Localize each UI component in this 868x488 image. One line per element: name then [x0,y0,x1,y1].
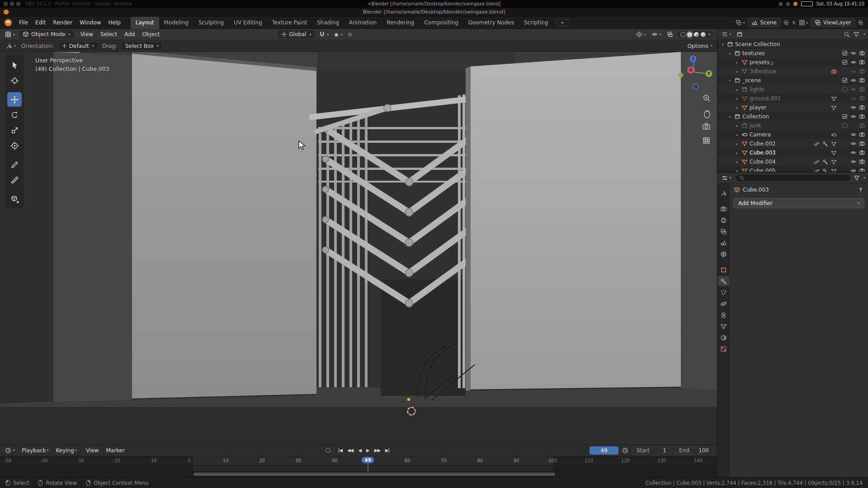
toggle-slot[interactable] [840,141,849,147]
toggle-slot[interactable] [858,168,866,172]
outliner-display-mode[interactable] [735,30,744,38]
right-wall-slab[interactable] [471,52,681,390]
expand-caret-icon[interactable]: ▾ [727,52,732,56]
toggle-slot[interactable] [858,141,866,147]
expand-caret-icon[interactable]: ▾ [727,79,732,83]
tool-move-button[interactable] [7,92,22,107]
properties-search-box[interactable] [736,174,851,182]
properties-editor-type-button[interactable]: ▾ [720,174,733,182]
new-viewlayer-icon[interactable] [858,20,863,25]
timeline-scrollbar-thumb[interactable] [193,473,555,476]
outliner-row-Camera[interactable]: ▸Camera [717,130,868,139]
proportional-falloff-icon[interactable]: ⊙ [346,31,353,38]
toggle-slot[interactable] [858,50,866,56]
outliner-row-presets[interactable]: ▸presets2 [717,58,868,67]
workspace-tab[interactable]: Geometry Nodes [463,17,519,29]
menu-item[interactable]: Window [76,18,104,27]
editor-type-button[interactable]: ▾ [4,30,16,38]
toggle-slot[interactable] [849,104,858,111]
expand-caret-icon[interactable]: ▸ [735,160,740,164]
active-tool-icon[interactable]: ▾ [5,42,17,50]
toggle-slot[interactable] [849,59,858,66]
properties-tab-physics[interactable] [718,299,729,309]
properties-tab-object[interactable] [718,265,729,275]
expand-caret-icon[interactable]: ▸ [735,151,740,155]
timeline-menu-item[interactable]: Keying▾ [52,446,80,455]
transport-button[interactable]: ▶▶ [372,447,382,453]
toggle-slot[interactable] [840,131,849,138]
expand-caret-icon[interactable]: ▾ [727,115,732,119]
toggle-slot[interactable] [858,159,866,165]
properties-tab-constraints[interactable] [718,310,729,320]
toggle-slot[interactable] [840,68,849,75]
outliner-search-icon[interactable] [844,31,850,38]
toggle-slot[interactable] [849,168,858,172]
outliner-row-Collection[interactable]: ▾Collection [717,112,868,121]
frame-start-field[interactable]: Start1 [632,446,671,455]
properties-tab-texture[interactable] [718,344,729,354]
outliner-row-Cube.003[interactable]: ▸Cube.003 [717,148,868,157]
menu-item[interactable]: Help [104,18,124,27]
expand-caret-icon[interactable]: ▸ [735,133,740,137]
show-gizmo-button[interactable]: ▾ [635,30,647,38]
properties-tab-material[interactable] [718,333,729,343]
properties-tab-world[interactable] [718,249,729,259]
workspace-tab[interactable]: Scripting [519,17,553,29]
options-dropdown[interactable]: Options▾ [688,43,712,49]
toggle-slot[interactable] [840,168,849,172]
outliner-row-3dtexture[interactable]: ▸3dtexture [717,67,868,76]
expand-caret-icon[interactable]: ▸ [735,61,740,65]
properties-options-icon[interactable]: ▾ [863,176,865,180]
toggle-slot[interactable] [858,77,866,84]
breadcrumb-object-name[interactable]: Cube.003 [743,187,769,193]
viewport-menu-item[interactable]: Add [121,30,138,39]
timeline-scrollbar[interactable] [0,471,717,477]
toggle-slot[interactable] [849,86,858,93]
expand-caret-icon[interactable]: ▸ [735,97,740,101]
toggle-slot[interactable] [858,68,866,75]
outliner-filter-icon[interactable] [853,31,859,38]
viewport-menu-item[interactable]: View [77,30,97,39]
toggle-slot[interactable] [858,150,866,156]
shading-rendered-button[interactable] [701,32,706,37]
3d-viewport-scene[interactable]: Z Y X [0,52,717,444]
toggle-slot[interactable] [858,113,866,120]
transport-button[interactable]: ▶| [383,447,392,453]
workspace-tab[interactable]: Modeling [159,17,194,29]
xray-toggle[interactable] [665,30,675,38]
timeline-editor-type-button[interactable]: ▾ [4,446,16,455]
properties-tab-render[interactable] [718,204,729,214]
toggle-slot[interactable] [858,95,866,102]
toggle-slot[interactable] [840,150,849,156]
show-overlays-button[interactable]: ▾ [650,30,663,38]
expand-caret-icon[interactable]: ▸ [735,70,740,74]
viewport-menu-item[interactable]: Object [138,30,163,39]
timeline-menu-item[interactable]: View [82,446,102,455]
outliner-row-ground.001[interactable]: ▸ground.001 [717,94,868,103]
toggle-slot[interactable] [849,131,858,138]
toggle-slot[interactable] [849,150,858,156]
stopwatch-icon[interactable] [622,447,628,454]
viewlayer-browse-icon[interactable]: ▾ [799,19,808,26]
new-scene-icon[interactable] [783,20,789,25]
timeline-body[interactable]: -50-40-30-20-100102030405060708090100110… [0,456,717,477]
tool-select-box-button[interactable] [7,58,22,72]
menu-item[interactable]: Edit [32,18,49,27]
snapping-button[interactable]: ▾ [318,30,330,38]
tray-notification-icon[interactable] [793,2,797,6]
outliner-row-Cube.004[interactable]: ▸Cube.004 [717,157,868,166]
properties-tab-view-layer[interactable] [718,226,729,236]
expand-caret-icon[interactable]: ▸ [735,106,740,110]
drag-dropdown[interactable]: Select Box▾ [121,42,163,51]
unlink-scene-icon[interactable]: × [792,19,796,26]
tool-measure-button[interactable] [7,173,22,187]
tool-transform-button[interactable] [7,138,22,153]
outliner-row-lights[interactable]: ▸lights [717,85,868,94]
gizmo-neg-y-axis[interactable] [679,73,684,78]
workspace-tab[interactable]: Sculpting [193,17,229,29]
transport-button[interactable]: ▶ [364,447,372,453]
toggle-slot[interactable] [858,104,866,111]
tool-rotate-button[interactable] [7,108,22,122]
add-workspace-button[interactable]: + [557,19,568,27]
tray-icon-1[interactable] [779,2,783,6]
